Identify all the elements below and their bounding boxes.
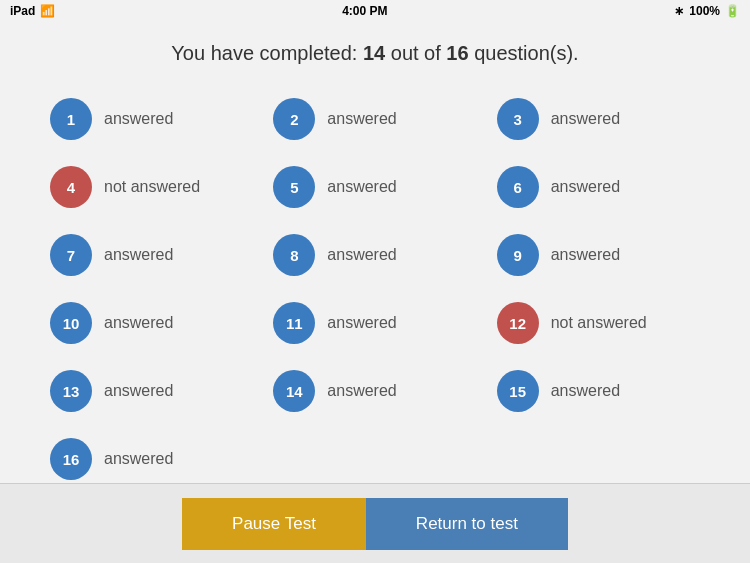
question-status-12: not answered (551, 314, 647, 332)
question-item-14[interactable]: 14answered (263, 362, 486, 420)
question-status-10: answered (104, 314, 173, 332)
question-bubble-8: 8 (273, 234, 315, 276)
question-status-2: answered (327, 110, 396, 128)
completion-header: You have completed: 14 out of 16 questio… (40, 22, 710, 90)
question-status-5: answered (327, 178, 396, 196)
total-count: 16 (446, 42, 468, 64)
question-status-8: answered (327, 246, 396, 264)
question-bubble-15: 15 (497, 370, 539, 412)
question-item-2[interactable]: 2answered (263, 90, 486, 148)
question-bubble-2: 2 (273, 98, 315, 140)
question-item-4[interactable]: 4not answered (40, 158, 263, 216)
wifi-icon: 📶 (40, 4, 55, 18)
status-bar: iPad 📶 4:00 PM ∗ 100% 🔋 (0, 0, 750, 22)
question-status-7: answered (104, 246, 173, 264)
question-bubble-14: 14 (273, 370, 315, 412)
question-status-14: answered (327, 382, 396, 400)
question-item-9[interactable]: 9answered (487, 226, 710, 284)
status-time: 4:00 PM (342, 4, 387, 18)
bluetooth-icon: ∗ (674, 4, 684, 18)
question-bubble-6: 6 (497, 166, 539, 208)
question-item-3[interactable]: 3answered (487, 90, 710, 148)
return-to-test-button[interactable]: Return to test (366, 498, 568, 550)
status-right: ∗ 100% 🔋 (674, 4, 740, 18)
question-item-7[interactable]: 7answered (40, 226, 263, 284)
question-item-1[interactable]: 1answered (40, 90, 263, 148)
question-bubble-1: 1 (50, 98, 92, 140)
question-item-12[interactable]: 12not answered (487, 294, 710, 352)
answered-count: 14 (363, 42, 385, 64)
question-item-6[interactable]: 6answered (487, 158, 710, 216)
carrier-label: iPad (10, 4, 35, 18)
question-status-6: answered (551, 178, 620, 196)
question-status-4: not answered (104, 178, 200, 196)
question-bubble-7: 7 (50, 234, 92, 276)
question-bubble-3: 3 (497, 98, 539, 140)
question-status-3: answered (551, 110, 620, 128)
question-item-15[interactable]: 15answered (487, 362, 710, 420)
question-status-9: answered (551, 246, 620, 264)
question-status-16: answered (104, 450, 173, 468)
question-bubble-13: 13 (50, 370, 92, 412)
battery-label: 100% (689, 4, 720, 18)
question-item-13[interactable]: 13answered (40, 362, 263, 420)
question-status-15: answered (551, 382, 620, 400)
question-bubble-5: 5 (273, 166, 315, 208)
question-status-11: answered (327, 314, 396, 332)
question-bubble-9: 9 (497, 234, 539, 276)
question-bubble-4: 4 (50, 166, 92, 208)
question-item-11[interactable]: 11answered (263, 294, 486, 352)
question-status-13: answered (104, 382, 173, 400)
question-status-1: answered (104, 110, 173, 128)
question-bubble-11: 11 (273, 302, 315, 344)
header-separator: out of (385, 42, 446, 64)
header-suffix: question(s). (469, 42, 579, 64)
header-prefix: You have completed: (171, 42, 363, 64)
question-item-10[interactable]: 10answered (40, 294, 263, 352)
pause-test-button[interactable]: Pause Test (182, 498, 366, 550)
status-left: iPad 📶 (10, 4, 55, 18)
question-bubble-12: 12 (497, 302, 539, 344)
question-grid: 1answered2answered3answered4not answered… (40, 90, 710, 488)
main-content: You have completed: 14 out of 16 questio… (0, 22, 750, 488)
question-item-16[interactable]: 16answered (40, 430, 263, 488)
battery-icon: 🔋 (725, 4, 740, 18)
question-item-8[interactable]: 8answered (263, 226, 486, 284)
bottom-bar: Pause Test Return to test (0, 483, 750, 563)
question-bubble-10: 10 (50, 302, 92, 344)
question-item-5[interactable]: 5answered (263, 158, 486, 216)
question-bubble-16: 16 (50, 438, 92, 480)
